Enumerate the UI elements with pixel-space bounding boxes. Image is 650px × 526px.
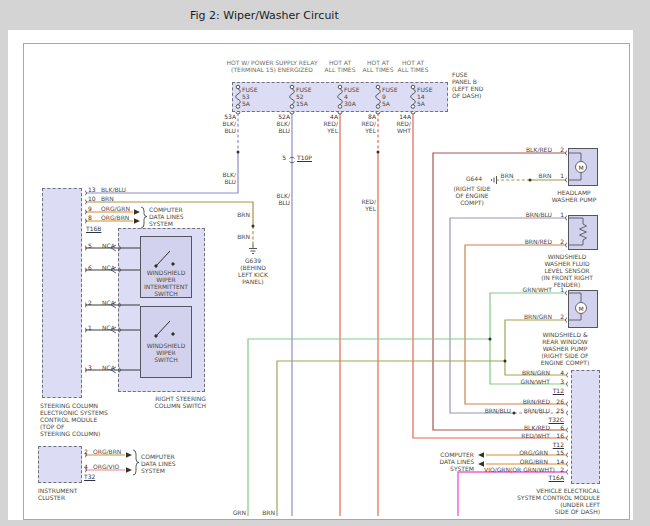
wire-label-red-yel-3: RED/YEL — [354, 198, 376, 212]
terminal-52a: 52A — [268, 113, 290, 120]
washer-pump-label: WINDSHIELD &REAR WINDOWWASHER PUMP(RIGHT… — [530, 331, 600, 366]
data-line-arrows — [126, 209, 484, 473]
fuse-4: FUSE430A — [344, 86, 364, 107]
hot-at-all-times-header-3: HOT ATALL TIMES — [389, 59, 437, 73]
sw-pin-2: 2 — [88, 299, 96, 306]
wire-label-brn-grn-pump: BRN/GRN — [518, 313, 552, 320]
computer-data-lines-cluster: COMPUTERDATA LINESSYSTEM — [141, 453, 181, 474]
vecm-pin-16: 16 — [552, 432, 564, 439]
component-internals — [568, 153, 587, 320]
wiper-intermittent-switch-label: WINDSHIELDWIPERINTERMITTENTSWITCH — [141, 269, 191, 297]
cluster-wire-org-brn: ORG/BRN — [93, 448, 125, 455]
sw-pin-6-wire: NCA — [102, 264, 122, 271]
scm-pin-8-wire: ORG/BRN — [101, 214, 133, 221]
sw-pin-5: 5 — [88, 242, 96, 249]
wiper-switch-label: WINDSHIELDWIPERSWITCH — [141, 342, 191, 363]
vecm-t32c-label: T32C — [534, 416, 564, 423]
wire-label-grn-bottom: GRN — [228, 509, 246, 516]
wire-label-blk-blu-4: BLK/BLU — [268, 192, 290, 206]
vecm-pin-25: 25 — [552, 407, 564, 414]
terminal-4a: 4A — [316, 113, 338, 120]
wire-label-brn-2: BRN — [232, 233, 250, 240]
wire-label-grn-wht-pump: GRN/WHT — [518, 286, 552, 293]
vecm-wire-brn-blu-a: BRN/BLU — [477, 407, 511, 414]
scm-pin-8: 8 — [88, 214, 98, 221]
scm-pin-13: 13 — [88, 186, 98, 193]
vecm-wire-red-wht: RED/WHT — [514, 432, 550, 439]
hwp-pin-1: 1 — [554, 172, 564, 179]
vecm-pin-6: 6 — [552, 424, 564, 431]
vecm-wire-brn-grn: BRN/GRN — [514, 369, 550, 376]
scm-pin-9-wire: ORG/GRN — [101, 205, 133, 212]
ground-g639-label: G639(BEHINDLEFT KICKPANEL) — [228, 257, 278, 285]
motor-m-wwp: M — [579, 305, 584, 312]
vecm-wire-vio-grn-alt: (OR GRN/WHT) — [510, 466, 550, 473]
t32-label: T32 — [84, 473, 102, 480]
scm-pin-9: 9 — [88, 205, 98, 212]
sw-pin-1: 1 — [88, 324, 96, 331]
wire-label-brn-g644-1: BRN — [498, 172, 516, 179]
wire-label-brn-bottom: BRN — [257, 509, 275, 516]
sw-pin-2-wire: NCA — [102, 299, 122, 306]
computer-data-lines-right: COMPUTERDATA LINESSYSTEM — [436, 451, 474, 472]
vecm-pin-26: 26 — [552, 398, 564, 405]
sw-pin-3: 3 — [88, 364, 96, 371]
right-steering-column-switch-label: RIGHT STEERINGCOLUMN SWITCH — [128, 395, 206, 409]
cluster-wire-org-vio: ORG/VIO — [93, 463, 125, 470]
ground-g639-symbol — [249, 244, 257, 254]
vecm-wire-blk-red: BLK/RED — [514, 424, 550, 431]
hwp-pin-2: 2 — [554, 146, 564, 153]
cluster-pin-bot: 4 — [84, 463, 92, 470]
fuse-14: FUSE145A — [417, 86, 437, 107]
motor-m-hwp: M — [579, 164, 584, 171]
fuse-9: FUSE95A — [382, 86, 402, 107]
ground-g644-location: (RIGHT SIDEOF ENGINECOMPT) — [446, 185, 498, 206]
terminal-8a: 8A — [354, 113, 376, 120]
computer-data-lines-left: COMPUTERDATA LINESSYSTEM — [149, 206, 189, 227]
ground-g644-symbol — [492, 176, 497, 184]
data-line-braces — [133, 207, 147, 475]
sw-pin-5-wire: NCA — [102, 242, 122, 249]
vecm-t12-label-1: T12 — [534, 387, 564, 394]
terminal-14a: 14A — [389, 113, 411, 120]
scm-pin-10: 10 — [88, 195, 98, 202]
wire-label-blk-blu-2: BLK/BLU — [214, 171, 236, 185]
vecm-pin-14: 14 — [552, 458, 564, 465]
vecm-pin-3: 3 — [552, 378, 564, 385]
vecm-t16a-label: T16A — [534, 474, 564, 481]
wiring-diagram-page: Fig 2: Wiper/Washer Circuit — [0, 0, 650, 526]
washer-fluid-sensor-label: WINDSHIELDWASHER FLUIDLEVEL SENSOR(IN FR… — [534, 253, 600, 288]
wwp-pin-2: 2 — [554, 313, 564, 320]
sw-pin-6: 6 — [88, 264, 96, 271]
vecm-wire-brn-red: BRN/RED — [514, 398, 550, 405]
vecm-t12-label-2: T12 — [534, 441, 564, 448]
terminal-53a: 53A — [214, 113, 236, 120]
fuse-panel-label: FUSEPANEL B(LEFT ENDOF DASH) — [452, 71, 494, 99]
t10p-pin: 5 — [278, 154, 286, 161]
wire-label-red-yel-2: RED/YEL — [354, 120, 376, 134]
headlamp-washer-pump-label: HEADLAMPWASHER PUMP — [546, 189, 602, 203]
scm-pin-10-wire: BRN — [101, 195, 133, 202]
wfls-pin-2: 2 — [554, 238, 564, 245]
vecm-pin-2: 2 — [552, 466, 564, 473]
wire-label-brn-red-sensor: BRN/RED — [518, 238, 552, 245]
vehicle-electrical-module-label: VEHICLE ELECTRICALSYSTEM CONTROL MODULE(… — [510, 487, 600, 515]
scm-pin-13-wire: BLK/BLU — [101, 186, 133, 193]
vecm-wire-brn-blu-b: BRN/BLU — [516, 407, 550, 414]
fuse-53: FUSE535A — [242, 86, 262, 107]
wfls-pin-1: 1 — [554, 211, 564, 218]
ground-g644-label: G644 — [456, 175, 482, 182]
vecm-wire-vio-grn: VIO/GRN — [476, 466, 510, 473]
wire-label-red-wht: RED/WHT — [389, 120, 411, 134]
vecm-wire-grn-wht: GRN/WHT — [514, 378, 550, 385]
vecm-wire-org-brn: ORG/BRN — [512, 458, 548, 465]
vecm-pin-4: 4 — [552, 369, 564, 376]
wire-label-brn-blu-sensor: BRN/BLU — [518, 211, 552, 218]
sw-pin-3-wire: NCA — [102, 364, 122, 371]
wire-label-red-yel-1: RED/YEL — [316, 120, 338, 134]
fuse-52: FUSE5215A — [296, 86, 316, 107]
instrument-cluster-label: INSTRUMENTCLUSTER — [38, 487, 98, 501]
cluster-pin-top: 2 — [84, 448, 92, 455]
vecm-pin-15: 15 — [552, 449, 564, 456]
steering-column-module-label: STEERING COLUMNELECTRONIC SYSTEMSCONTROL… — [40, 402, 130, 437]
